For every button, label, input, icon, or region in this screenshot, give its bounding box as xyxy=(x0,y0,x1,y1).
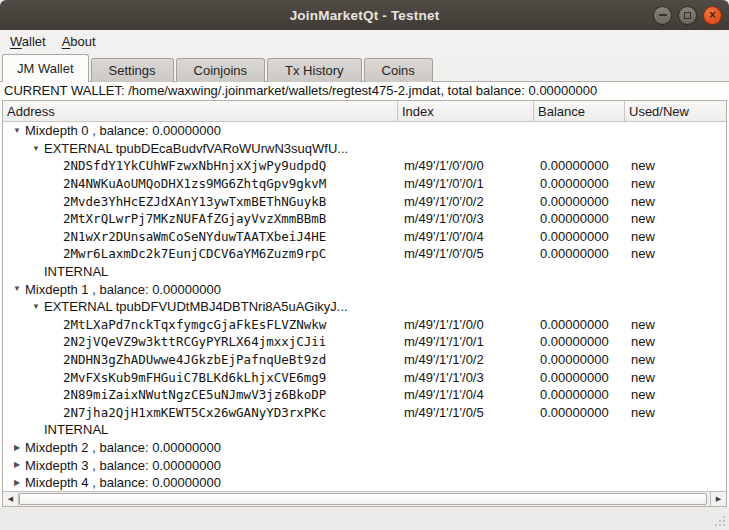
menu-wallet[interactable]: Wallet xyxy=(2,32,54,51)
address-cell: 2N1wXr2DUnsaWmCoSeNYduwTAATXbeiJ4HE xyxy=(3,229,398,244)
status-cell: new xyxy=(625,370,726,385)
address-text: 2N2jVQeVZ9w3kttRCGyPYRLX64jmxxjCJii xyxy=(63,334,326,349)
node-label: Mixdepth 3 , balance: 0.00000000 xyxy=(25,458,221,473)
status-cell: new xyxy=(625,352,726,367)
scroll-right-icon: ▶ xyxy=(716,495,721,503)
scroll-left-button[interactable]: ◀ xyxy=(3,492,19,506)
tree-row[interactable]: ▼EXTERNAL tpubDFVUDtMBJ4DBTNri8A5uAGikyJ… xyxy=(3,298,726,316)
minimize-icon xyxy=(659,14,667,16)
minimize-button[interactable] xyxy=(653,6,672,25)
address-row[interactable]: 2N1wXr2DUnsaWmCoSeNYduwTAATXbeiJ4HEm/49'… xyxy=(3,228,726,246)
address-text: 2N89miZaixNWutNgzCE5uNJmwV3jz6BkoDP xyxy=(63,387,326,402)
address-text: 2Mvde3YhHcEZJdXAnY13ywTxmBEThNGuykB xyxy=(63,194,326,209)
app-window: JoinMarketQt - Testnet × Wallet About JM… xyxy=(0,0,729,530)
expand-arrow-icon[interactable]: ▶ xyxy=(9,474,25,492)
index-cell: m/49'/1'/1'/0/2 xyxy=(398,352,534,367)
address-cell: INTERNAL xyxy=(3,422,398,437)
column-header-address[interactable]: Address xyxy=(3,101,398,121)
node-label: EXTERNAL tpubDEcaBudvfVARoWUrwN3suqWfU..… xyxy=(44,141,348,156)
tree-row[interactable]: ▼Mixdepth 1 , balance: 0.00000000 xyxy=(3,280,726,298)
address-text: 2NDSfdY1YkCUhWFzwxNbHnjxXjwPy9udpdQ xyxy=(63,158,326,173)
menu-bar: Wallet About xyxy=(0,30,729,53)
horizontal-scrollbar[interactable]: ◀ ▶ xyxy=(3,491,726,506)
resize-grip[interactable] xyxy=(714,515,725,526)
column-header-index[interactable]: Index xyxy=(398,101,534,121)
node-label: Mixdepth 4 , balance: 0.00000000 xyxy=(25,475,221,490)
window-controls: × xyxy=(653,0,722,30)
address-cell: 2N2jVQeVZ9w3kttRCGyPYRLX64jmxxjCJii xyxy=(3,334,398,349)
node-label: INTERNAL xyxy=(44,264,108,279)
tree-row[interactable]: ▶Mixdepth 3 , balance: 0.00000000 xyxy=(3,456,726,474)
scroll-right-button[interactable]: ▶ xyxy=(710,492,726,506)
status-cell: new xyxy=(625,317,726,332)
tree-row[interactable]: INTERNAL xyxy=(3,421,726,439)
address-cell: 2N89miZaixNWutNgzCE5uNJmwV3jz6BkoDP xyxy=(3,387,398,402)
tab-tx-history[interactable]: Tx History xyxy=(267,58,362,82)
tab-settings[interactable]: Settings xyxy=(91,58,174,82)
tab-coinjoins[interactable]: Coinjoins xyxy=(176,58,265,82)
address-row[interactable]: 2N2jVQeVZ9w3kttRCGyPYRLX64jmxxjCJiim/49'… xyxy=(3,333,726,351)
address-row[interactable]: 2MtXrQLwrPj7MKzNUFAfZGjayVvzXmmBBmBm/49'… xyxy=(3,210,726,228)
expand-arrow-icon[interactable]: ▶ xyxy=(9,439,25,457)
address-cell: 2Mwr6LaxmDc2k7EunjCDCV6aYM6Zuzm9rpC xyxy=(3,246,398,261)
tree-row[interactable]: ▶Mixdepth 2 , balance: 0.00000000 xyxy=(3,439,726,457)
tab-coins[interactable]: Coins xyxy=(364,58,433,82)
status-cell: new xyxy=(625,194,726,209)
balance-cell: 0.00000000 xyxy=(534,352,625,367)
address-row[interactable]: 2Mwr6LaxmDc2k7EunjCDCV6aYM6Zuzm9rpCm/49'… xyxy=(3,245,726,263)
address-cell: 2Mvde3YhHcEZJdXAnY13ywTxmBEThNGuykB xyxy=(3,194,398,209)
tree-row[interactable]: ▼Mixdepth 0 , balance: 0.00000000 xyxy=(3,122,726,140)
index-cell: m/49'/1'/1'/0/3 xyxy=(398,370,534,385)
tree-row[interactable]: INTERNAL xyxy=(3,263,726,281)
address-row[interactable]: 2MtLXaPd7nckTqxfymgcGjaFkEsFLVZNwkwm/49'… xyxy=(3,316,726,334)
status-cell: new xyxy=(625,246,726,261)
wallet-tree: AddressIndexBalanceUsed/New ▼Mixdepth 0 … xyxy=(2,100,727,507)
tree-row[interactable]: ▼EXTERNAL tpubDEcaBudvfVARoWUrwN3suqWfU.… xyxy=(3,140,726,158)
address-cell: ▶Mixdepth 4 , balance: 0.00000000 xyxy=(3,474,398,492)
scrollbar-thumb[interactable] xyxy=(19,493,707,505)
menu-about[interactable]: About xyxy=(54,32,104,51)
node-label: Mixdepth 2 , balance: 0.00000000 xyxy=(25,440,221,455)
column-header-balance[interactable]: Balance xyxy=(534,101,625,121)
tab-jm-wallet[interactable]: JM Wallet xyxy=(2,54,89,82)
address-cell: 2MtXrQLwrPj7MKzNUFAfZGjayVvzXmmBBmB xyxy=(3,211,398,226)
index-cell: m/49'/1'/0'/0/4 xyxy=(398,229,534,244)
status-cell: new xyxy=(625,211,726,226)
address-row[interactable]: 2NDHN3gZhADUwwe4JGkzbEjPafnqUeBt9zdm/49'… xyxy=(3,351,726,369)
scroll-left-icon: ◀ xyxy=(8,495,13,503)
address-cell: 2N7jha2QjH1xmKEWT5Cx26wGANyYD3rxPKc xyxy=(3,405,398,420)
balance-cell: 0.00000000 xyxy=(534,158,625,173)
address-row[interactable]: 2NDSfdY1YkCUhWFzwxNbHnjxXjwPy9udpdQm/49'… xyxy=(3,157,726,175)
address-row[interactable]: 2N89miZaixNWutNgzCE5uNJmwV3jz6BkoDPm/49'… xyxy=(3,386,726,404)
status-bar xyxy=(0,507,729,530)
balance-cell: 0.00000000 xyxy=(534,229,625,244)
address-row[interactable]: 2Mvde3YhHcEZJdXAnY13ywTxmBEThNGuykBm/49'… xyxy=(3,192,726,210)
node-label: EXTERNAL tpubDFVUDtMBJ4DBTNri8A5uAGikyJ.… xyxy=(44,299,348,314)
status-cell: new xyxy=(625,405,726,420)
maximize-icon xyxy=(684,12,691,19)
balance-cell: 0.00000000 xyxy=(534,370,625,385)
collapse-arrow-icon[interactable]: ▼ xyxy=(28,140,44,158)
maximize-button[interactable] xyxy=(678,6,697,25)
collapse-arrow-icon[interactable]: ▼ xyxy=(9,280,25,298)
address-row[interactable]: 2MvFXsKub9mFHGuiC7BLKd6kLhjxCVE6mg9m/49'… xyxy=(3,368,726,386)
index-cell: m/49'/1'/0'/0/1 xyxy=(398,176,534,191)
address-cell: ▼EXTERNAL tpubDEcaBudvfVARoWUrwN3suqWfU.… xyxy=(3,140,398,158)
address-text: 2MtLXaPd7nckTqxfymgcGjaFkEsFLVZNwkw xyxy=(63,317,326,332)
current-wallet-banner: CURRENT WALLET: /home/waxwing/.joinmarke… xyxy=(0,82,729,100)
column-header-used-new[interactable]: Used/New xyxy=(625,101,726,121)
address-row[interactable]: 2N4NWKuAoUMQoDHX1zs9MG6ZhtqGpv9gkvMm/49'… xyxy=(3,175,726,193)
expand-arrow-icon[interactable]: ▶ xyxy=(9,456,25,474)
node-label: Mixdepth 1 , balance: 0.00000000 xyxy=(25,282,221,297)
title-bar[interactable]: JoinMarketQt - Testnet × xyxy=(0,0,729,30)
balance-cell: 0.00000000 xyxy=(534,334,625,349)
address-row[interactable]: 2N7jha2QjH1xmKEWT5Cx26wGANyYD3rxPKcm/49'… xyxy=(3,404,726,422)
scrollbar-track[interactable] xyxy=(19,492,710,506)
collapse-arrow-icon[interactable]: ▼ xyxy=(9,122,25,140)
close-button[interactable]: × xyxy=(703,6,722,25)
node-label: INTERNAL xyxy=(44,422,108,437)
balance-cell: 0.00000000 xyxy=(534,387,625,402)
tree-row[interactable]: ▶Mixdepth 4 , balance: 0.00000000 xyxy=(3,474,726,492)
close-icon: × xyxy=(709,9,716,21)
collapse-arrow-icon[interactable]: ▼ xyxy=(28,298,44,316)
